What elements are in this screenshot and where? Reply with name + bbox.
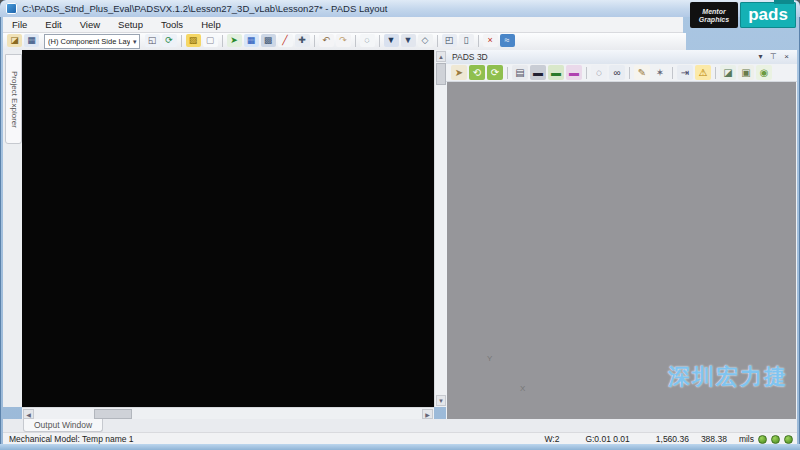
clipboard-icon[interactable]: ▯ bbox=[459, 34, 474, 47]
select-filter-icon[interactable]: ◇ bbox=[418, 34, 433, 47]
pcb-layout-canvas[interactable] bbox=[22, 50, 434, 407]
rotate-cw-icon[interactable]: ⟳ bbox=[487, 65, 503, 80]
project-explorer-tab[interactable]: Project Explorer bbox=[5, 54, 22, 144]
app-icon bbox=[6, 3, 17, 14]
save-file-icon[interactable]: ▦ bbox=[24, 34, 39, 47]
move-mode-icon[interactable]: ✚ bbox=[295, 34, 310, 47]
pads-logo-text: pads bbox=[748, 5, 788, 24]
add-route-icon[interactable]: ╱ bbox=[278, 34, 293, 47]
menu-item-tools[interactable]: Tools bbox=[152, 17, 192, 32]
photo-view-icon[interactable]: ▩ bbox=[261, 34, 276, 47]
close-doc-icon[interactable]: × bbox=[483, 34, 498, 47]
select-pointer-icon[interactable]: ➤ bbox=[451, 65, 467, 80]
scroll-down-button[interactable]: ▼ bbox=[436, 395, 446, 406]
sphere-view-icon[interactable]: ◉ bbox=[756, 65, 772, 80]
layer-selector[interactable]: (H) Component Side Lay ▾ bbox=[44, 34, 140, 49]
status-coord-y: 388.38 bbox=[701, 434, 727, 444]
design-setup-icon[interactable]: ◱ bbox=[145, 34, 160, 47]
left-dock-strip: Project Explorer bbox=[3, 50, 22, 407]
window-bottom-border bbox=[0, 444, 800, 450]
link-tool-icon[interactable]: ◰ bbox=[442, 34, 457, 47]
pads3d-panel: PADS 3D ▾ ⊤ × ➤⟲⟳▤▬▬▬◌∞✎✶⇥⚠◪▣◉ Y X 深圳宏力捷 bbox=[446, 50, 797, 420]
toolbar-separator bbox=[478, 35, 479, 47]
mentor-logo-line1: Mentor bbox=[702, 8, 725, 15]
watermark-text: 深圳宏力捷 bbox=[668, 362, 788, 392]
chevron-down-icon[interactable]: ▾ bbox=[133, 38, 137, 46]
status-grid: G:0.01 0.01 bbox=[585, 434, 629, 444]
application-window: C:\PADS_Stnd_Plus_Eval\PADSVX.1.2\Lesson… bbox=[0, 0, 800, 450]
status-coord-x: 1,560.36 bbox=[656, 434, 689, 444]
mentor-logo-line2: Graphics bbox=[699, 16, 729, 23]
layers-3d-icon[interactable]: ≈ bbox=[500, 34, 515, 47]
toolbar-separator bbox=[586, 67, 587, 79]
panel-menu-button[interactable]: ▾ bbox=[754, 51, 767, 63]
pour-plain-icon[interactable]: ▢ bbox=[203, 34, 218, 47]
scroll-left-button[interactable]: ◀ bbox=[23, 409, 34, 419]
axis-y-label: Y bbox=[487, 354, 493, 363]
layer-selector-value: (H) Component Side Lay bbox=[48, 37, 130, 46]
find-part-icon[interactable]: ∞ bbox=[609, 65, 625, 80]
collapse-distance-icon[interactable]: ⇥ bbox=[677, 65, 693, 80]
toolbar-separator bbox=[181, 35, 182, 47]
redo-icon[interactable]: ↷ bbox=[336, 34, 351, 47]
menu-item-help[interactable]: Help bbox=[192, 17, 230, 32]
toolbar-separator bbox=[672, 67, 673, 79]
vertical-scroll-thumb[interactable] bbox=[436, 63, 446, 85]
clearance-warning-icon[interactable]: ⚠ bbox=[695, 65, 711, 80]
output-window-tab[interactable]: Output Window bbox=[23, 419, 103, 432]
edit-filter-icon[interactable]: ▼ bbox=[401, 34, 416, 47]
measure-points-icon[interactable]: ✶ bbox=[652, 65, 668, 80]
title-bar[interactable]: C:\PADS_Stnd_Plus_Eval\PADSVX.1.2\Lesson… bbox=[0, 0, 800, 17]
menu-item-view[interactable]: View bbox=[71, 17, 109, 32]
measure-pencil-icon[interactable]: ✎ bbox=[634, 65, 650, 80]
board-top-icon[interactable]: ▬ bbox=[548, 65, 564, 80]
check-board-icon[interactable]: ◪ bbox=[720, 65, 736, 80]
redraw-icon[interactable]: ⟳ bbox=[162, 34, 177, 47]
board-transparent-icon[interactable]: ▬ bbox=[566, 65, 582, 80]
mentor-graphics-logo: Mentor Graphics bbox=[690, 2, 738, 28]
status-units[interactable]: mils bbox=[739, 434, 754, 444]
board-bottom-icon[interactable]: ▬ bbox=[530, 65, 546, 80]
zoom-icon[interactable]: ◌ bbox=[360, 34, 375, 47]
axis-x-label: X bbox=[520, 384, 526, 393]
menu-item-file[interactable]: File bbox=[3, 17, 36, 32]
status-indicator-2[interactable] bbox=[771, 435, 780, 444]
toolbar-icon-group: ◱⟳▨▢➤▦▩╱✚↶↷◌▼▼◇◰▯×≈ bbox=[144, 33, 516, 51]
panel-close-button[interactable]: × bbox=[780, 51, 793, 63]
menu-item-edit[interactable]: Edit bbox=[36, 17, 70, 32]
toolbar-separator bbox=[507, 67, 508, 79]
file-icon-group: ◪▦ bbox=[6, 33, 40, 51]
panel-pin-button[interactable]: ⊤ bbox=[767, 51, 780, 63]
main-toolbar: ◪▦ (H) Component Side Lay ▾ ◱⟳▨▢➤▦▩╱✚↶↷◌… bbox=[3, 33, 686, 51]
scroll-right-button[interactable]: ▶ bbox=[422, 409, 433, 419]
scroll-up-button[interactable]: ▲ bbox=[436, 51, 446, 62]
pour-hatch-icon[interactable]: ▨ bbox=[186, 34, 201, 47]
toolbar-separator bbox=[629, 67, 630, 79]
grid-snap-icon[interactable]: ▦ bbox=[244, 34, 259, 47]
pads3d-panel-header[interactable]: PADS 3D ▾ ⊤ × bbox=[446, 50, 797, 65]
window-title: C:\PADS_Stnd_Plus_Eval\PADSVX.1.2\Lesson… bbox=[22, 3, 387, 14]
toolbar-separator bbox=[437, 35, 438, 47]
pads-logo-tab bbox=[774, 0, 794, 4]
export-model-icon[interactable]: ▣ bbox=[738, 65, 754, 80]
open-file-icon[interactable]: ◪ bbox=[7, 34, 22, 47]
undo-icon[interactable]: ↶ bbox=[319, 34, 334, 47]
toolbar-separator bbox=[355, 35, 356, 47]
status-width: W:2 bbox=[544, 434, 559, 444]
menu-item-setup[interactable]: Setup bbox=[109, 17, 152, 32]
pads3d-toolbar: ➤⟲⟳▤▬▬▬◌∞✎✶⇥⚠◪▣◉ bbox=[446, 64, 797, 82]
zoom-search-icon[interactable]: ◌ bbox=[591, 65, 607, 80]
pads-logo: pads bbox=[740, 2, 796, 28]
toolbar-separator bbox=[314, 35, 315, 47]
toolbar-separator bbox=[379, 35, 380, 47]
status-indicator-1[interactable] bbox=[758, 435, 767, 444]
rotate-ccw-icon[interactable]: ⟲ bbox=[469, 65, 485, 80]
brand-area: Mentor Graphics pads bbox=[690, 2, 796, 28]
eco-mode-icon[interactable]: ➤ bbox=[227, 34, 242, 47]
display-filter-icon[interactable]: ▼ bbox=[384, 34, 399, 47]
status-indicator-3[interactable] bbox=[784, 435, 793, 444]
pads3d-panel-title: PADS 3D bbox=[452, 52, 488, 62]
horizontal-scroll-thumb[interactable] bbox=[94, 409, 132, 419]
viewport-3d[interactable]: Y X 深圳宏力捷 bbox=[447, 82, 796, 420]
view-cube-icon[interactable]: ▤ bbox=[512, 65, 528, 80]
